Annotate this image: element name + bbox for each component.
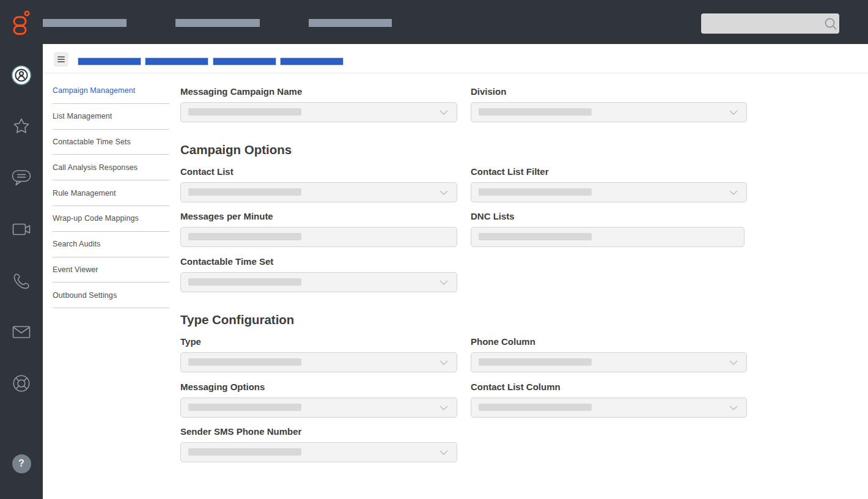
field-type: Type xyxy=(180,336,457,372)
redacted-value xyxy=(479,188,592,196)
menu-item-contactable-time-sets[interactable]: Contactable Time Sets xyxy=(53,130,169,155)
favorites-button[interactable] xyxy=(9,114,34,138)
tab-placeholder[interactable] xyxy=(145,57,208,65)
field-label: Sender SMS Phone Number xyxy=(180,426,457,437)
section-heading-type-configuration: Type Configuration xyxy=(180,312,294,327)
hamburger-icon xyxy=(57,56,65,57)
support-button[interactable] xyxy=(9,371,34,396)
messages-per-minute-input[interactable] xyxy=(180,227,457,247)
contact-list-select[interactable] xyxy=(180,182,457,202)
field-division: Division xyxy=(471,86,747,122)
chevron-down-icon xyxy=(440,280,448,285)
secondary-nav-bar xyxy=(43,44,868,73)
tab-placeholder[interactable] xyxy=(78,57,141,65)
star-icon xyxy=(12,116,31,136)
chat-bubble-icon xyxy=(11,169,32,187)
type-select[interactable] xyxy=(180,352,457,372)
top-navigation-bar xyxy=(0,0,868,44)
field-dnc-lists: DNC Lists xyxy=(471,211,745,247)
field-label: Type xyxy=(180,336,457,347)
field-contact-list: Contact List xyxy=(180,166,457,202)
nav-item-placeholder[interactable] xyxy=(309,19,392,27)
field-label: Messaging Campaign Name xyxy=(180,86,457,97)
field-contact-list-column: Contact List Column xyxy=(471,382,747,418)
settings-menu: Campaign Management List Management Cont… xyxy=(53,78,169,308)
menu-item-event-viewer[interactable]: Event Viewer xyxy=(53,257,169,283)
search-icon xyxy=(824,17,837,31)
redacted-value xyxy=(188,448,301,456)
search-input[interactable] xyxy=(701,19,824,29)
redacted-value xyxy=(188,404,301,411)
section-heading-campaign-options: Campaign Options xyxy=(180,142,292,157)
messaging-options-select[interactable] xyxy=(180,397,457,418)
chevron-down-icon xyxy=(729,190,738,195)
field-sender-sms-phone-number: Sender SMS Phone Number xyxy=(180,426,457,462)
menu-item-campaign-management[interactable]: Campaign Management xyxy=(53,78,169,104)
redacted-value xyxy=(188,108,301,116)
menu-item-rule-management[interactable]: Rule Management xyxy=(53,180,169,206)
nav-item-placeholder[interactable] xyxy=(175,19,260,27)
nav-item-placeholder[interactable] xyxy=(42,19,127,27)
redacted-value xyxy=(188,233,301,240)
profile-button[interactable] xyxy=(9,63,34,87)
messaging-campaign-name-select[interactable] xyxy=(180,102,457,122)
tab-placeholder[interactable] xyxy=(280,57,344,65)
global-search-input[interactable] xyxy=(701,13,839,34)
chevron-down-icon xyxy=(440,110,448,115)
video-camera-icon xyxy=(12,222,31,237)
field-label: Messaging Options xyxy=(180,382,457,392)
life-ring-icon xyxy=(12,374,31,393)
main-content: Campaign Management List Management Cont… xyxy=(43,44,868,499)
chevron-down-icon xyxy=(440,450,448,455)
user-avatar-icon xyxy=(11,65,32,86)
chat-button[interactable] xyxy=(9,166,34,190)
field-label: Contactable Time Set xyxy=(180,256,457,267)
phone-column-select[interactable] xyxy=(471,352,747,372)
chevron-down-icon xyxy=(729,405,738,410)
chevron-down-icon xyxy=(440,360,448,365)
field-label: Division xyxy=(471,86,747,97)
menu-item-search-audits[interactable]: Search Audits xyxy=(53,232,169,257)
field-label: Contact List Column xyxy=(471,382,747,392)
redacted-value xyxy=(188,188,301,196)
question-mark-icon: ? xyxy=(12,454,31,473)
menu-item-call-analysis-responses[interactable]: Call Analysis Responses xyxy=(53,155,169,180)
field-contact-list-filter: Contact List Filter xyxy=(471,166,747,202)
dnc-lists-input[interactable] xyxy=(471,227,745,247)
menu-toggle-button[interactable] xyxy=(54,52,68,67)
redacted-value xyxy=(188,358,301,366)
field-messaging-campaign-name: Messaging Campaign Name xyxy=(180,86,457,122)
division-select[interactable] xyxy=(471,102,747,122)
field-label: Messages per Minute xyxy=(180,211,457,221)
chevron-down-icon xyxy=(729,360,738,365)
field-messages-per-minute: Messages per Minute xyxy=(180,211,457,247)
sender-sms-phone-number-select[interactable] xyxy=(180,442,457,462)
video-button[interactable] xyxy=(9,217,34,242)
redacted-value xyxy=(479,233,592,240)
tab-placeholder[interactable] xyxy=(213,57,276,65)
help-button[interactable]: ? xyxy=(9,451,34,476)
chevron-down-icon xyxy=(440,405,448,410)
genesys-logo[interactable] xyxy=(11,9,32,35)
contact-list-column-select[interactable] xyxy=(471,397,747,418)
field-contactable-time-set: Contactable Time Set xyxy=(180,256,457,292)
field-label: Phone Column xyxy=(471,336,747,347)
contact-list-filter-select[interactable] xyxy=(471,182,747,202)
field-label: DNC Lists xyxy=(471,211,745,221)
app-window: ? Campaign Management List Management Co… xyxy=(0,0,868,499)
field-label: Contact List xyxy=(180,166,457,177)
menu-item-outbound-settings[interactable]: Outbound Settings xyxy=(53,283,169,308)
envelope-icon xyxy=(12,325,31,339)
redacted-value xyxy=(479,404,592,411)
phone-handset-icon xyxy=(12,272,31,290)
left-icon-rail: ? xyxy=(0,0,43,499)
redacted-value xyxy=(188,278,301,286)
email-button[interactable] xyxy=(9,320,34,344)
contactable-time-set-select[interactable] xyxy=(180,272,457,292)
chevron-down-icon xyxy=(440,190,448,195)
chevron-down-icon xyxy=(729,110,738,115)
menu-item-wrap-up-code-mappings[interactable]: Wrap-up Code Mappings xyxy=(53,206,169,232)
field-label: Contact List Filter xyxy=(471,166,747,177)
phone-button[interactable] xyxy=(9,269,34,294)
menu-item-list-management[interactable]: List Management xyxy=(53,104,169,130)
